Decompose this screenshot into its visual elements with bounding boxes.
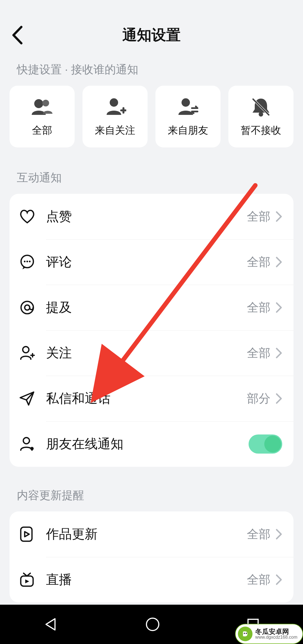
row-label: 评论: [46, 253, 247, 271]
svg-rect-21: [21, 527, 32, 541]
row-value: 全部: [247, 345, 270, 361]
live-tv-icon: [19, 572, 46, 587]
watermark-title: 冬瓜安卓网: [255, 628, 297, 635]
row-label: 朋友在线通知: [46, 435, 249, 453]
svg-point-20: [30, 447, 34, 450]
chevron-right-icon: [276, 256, 282, 268]
svg-point-14: [25, 305, 30, 310]
watermark-url: www.dgxcdz168.com: [255, 635, 297, 640]
video-file-icon: [19, 526, 46, 542]
svg-point-19: [23, 438, 29, 444]
person-add-icon: [104, 96, 126, 119]
content-update-section-header: 内容更新提醒: [0, 467, 303, 511]
svg-marker-24: [25, 579, 29, 583]
person-online-icon: [19, 436, 46, 452]
row-label: 私信和通话: [46, 390, 247, 407]
quick-card-label: 来自朋友: [168, 124, 208, 137]
people-icon: [29, 96, 55, 119]
chevron-right-icon: [276, 211, 282, 222]
row-value: 全部: [247, 526, 270, 542]
row-label: 作品更新: [46, 525, 247, 543]
svg-point-13: [21, 301, 33, 314]
status-bar: [0, 0, 303, 17]
row-label: 提及: [46, 299, 247, 316]
quick-section-header: 快捷设置 · 接收谁的通知: [0, 53, 303, 86]
row-follow[interactable]: 关注 全部: [10, 330, 293, 376]
svg-point-1: [42, 100, 49, 106]
svg-point-30: [244, 633, 245, 634]
heart-icon: [19, 209, 46, 224]
person-exchange-icon: [176, 96, 200, 119]
svg-point-2: [110, 98, 118, 107]
svg-point-12: [29, 261, 31, 262]
quick-card-followed[interactable]: 来自关注: [82, 86, 148, 147]
row-value: 全部: [247, 300, 270, 315]
svg-point-5: [182, 98, 190, 107]
watermark-logo-icon: [238, 627, 252, 641]
toggle-switch[interactable]: [249, 434, 282, 454]
svg-point-10: [24, 261, 26, 262]
svg-marker-22: [25, 532, 29, 537]
page-title: 通知设置: [122, 25, 181, 45]
row-value: 部分: [247, 391, 270, 406]
svg-point-0: [34, 99, 43, 108]
paper-plane-icon: [19, 391, 46, 406]
row-comment[interactable]: 评论 全部: [10, 239, 293, 285]
chevron-right-icon: [276, 393, 282, 404]
quick-settings-row: 全部 来自关注 来自朋友: [0, 86, 303, 161]
row-live[interactable]: 直播 全部: [10, 557, 293, 602]
at-icon: [19, 300, 46, 315]
chevron-left-icon: [11, 25, 24, 45]
svg-point-31: [245, 633, 247, 634]
quick-card-mute[interactable]: 暂不接收: [228, 86, 293, 147]
row-work-update[interactable]: 作品更新 全部: [10, 511, 293, 557]
nav-home-button[interactable]: [144, 616, 161, 632]
row-label: 关注: [46, 344, 247, 362]
comment-icon: [19, 254, 46, 270]
triangle-back-icon: [43, 616, 59, 633]
toggle-knob: [264, 436, 281, 452]
quick-card-friends[interactable]: 来自朋友: [155, 86, 221, 147]
circle-home-icon: [144, 616, 161, 632]
svg-point-15: [23, 347, 29, 353]
quick-card-all[interactable]: 全部: [10, 86, 75, 147]
svg-point-11: [26, 261, 28, 262]
row-value: 全部: [247, 254, 270, 270]
interaction-section-header: 互动通知: [0, 161, 303, 194]
row-friend-online[interactable]: 朋友在线通知: [10, 421, 293, 467]
chevron-right-icon: [276, 529, 282, 540]
chevron-right-icon: [276, 302, 282, 313]
row-mention[interactable]: 提及 全部: [10, 285, 293, 330]
row-value: 全部: [247, 209, 270, 224]
quick-card-label: 来自关注: [95, 124, 135, 137]
svg-point-6: [259, 112, 263, 117]
content-update-list: 作品更新 全部 直播 全部: [10, 511, 293, 602]
chevron-right-icon: [276, 574, 282, 585]
interaction-list: 点赞 全部 评论 全部 提及 全部: [10, 194, 293, 467]
chevron-right-icon: [276, 347, 282, 359]
watermark-badge: 冬瓜安卓网 www.dgxcdz168.com: [235, 624, 303, 644]
svg-marker-25: [46, 619, 55, 630]
header: 通知设置: [0, 17, 303, 53]
nav-back-button[interactable]: [43, 616, 59, 633]
person-add-outline-icon: [19, 345, 46, 361]
svg-point-26: [146, 618, 159, 631]
row-label: 直播: [46, 571, 247, 588]
row-dm-call[interactable]: 私信和通话 部分: [10, 376, 293, 421]
bell-off-icon: [250, 96, 272, 119]
back-button[interactable]: [11, 25, 24, 45]
row-like[interactable]: 点赞 全部: [10, 194, 293, 239]
row-label: 点赞: [46, 208, 247, 225]
row-value: 全部: [247, 572, 270, 588]
quick-card-label: 暂不接收: [241, 124, 281, 137]
quick-card-label: 全部: [32, 124, 52, 137]
